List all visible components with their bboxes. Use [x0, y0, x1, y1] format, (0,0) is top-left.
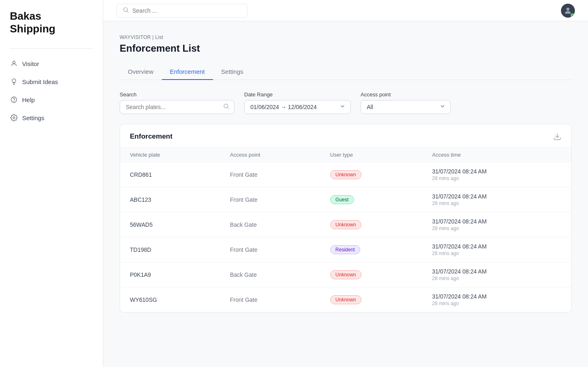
user-type-badge: Unknown [330, 170, 361, 179]
tab-settings[interactable]: Settings [213, 64, 252, 80]
user-type-badge: Unknown [330, 220, 361, 229]
plate-search-input[interactable] [120, 100, 234, 114]
access-time-relative: 28 mins ago [432, 201, 561, 206]
access-time-relative: 28 mins ago [432, 176, 561, 181]
search-filter-group: Search [120, 91, 234, 114]
access-time-main: 31/07/2024 08:24 AM [432, 218, 561, 225]
cell-vehicle-plate: CRD861 [120, 162, 220, 187]
svg-point-4 [124, 7, 127, 11]
access-time-main: 31/07/2024 08:24 AM [432, 193, 561, 200]
tab-overview[interactable]: Overview [120, 64, 162, 80]
table-row[interactable]: ABC123Front GateGuest31/07/2024 08:24 AM… [120, 187, 571, 212]
table-row[interactable]: 56WAD5Back GateUnknown31/07/2024 08:24 A… [120, 212, 571, 237]
sidebar: BakasShipping Visitor Submit Ideas [0, 0, 103, 367]
app-logo: BakasShipping [0, 10, 103, 48]
access-time-main: 31/07/2024 08:24 AM [432, 168, 561, 175]
user-type-badge: Unknown [330, 295, 361, 304]
tab-bar: Overview Enforcement Settings [120, 64, 572, 80]
cell-access-point: Front Gate [220, 162, 320, 187]
svg-point-0 [13, 61, 15, 64]
page-content: WAYVISITOR | List Enforcement List Overv… [103, 21, 588, 367]
svg-point-6 [566, 7, 569, 10]
access-time-main: 31/07/2024 08:24 AM [432, 243, 561, 250]
sidebar-item-settings[interactable]: Settings [5, 109, 98, 126]
avatar[interactable] [561, 4, 575, 18]
table-card-header: Enforcement [120, 124, 571, 148]
search-input-wrap [120, 100, 234, 114]
sidebar-item-label: Settings [22, 114, 44, 121]
cell-access-time: 31/07/2024 08:24 AM28 mins ago [422, 237, 571, 262]
cell-access-point: Front Gate [220, 237, 320, 262]
svg-line-8 [227, 107, 229, 109]
sidebar-item-visitor[interactable]: Visitor [5, 55, 98, 72]
gear-icon [10, 114, 18, 122]
user-type-badge: Resident [330, 245, 360, 254]
cell-access-time: 31/07/2024 08:24 AM28 mins ago [422, 287, 571, 312]
plate-search-icon [223, 103, 229, 111]
svg-point-2 [14, 101, 14, 102]
cell-access-point: Back Gate [220, 262, 320, 287]
sidebar-item-label: Submit Ideas [22, 78, 58, 85]
lightbulb-icon [10, 78, 18, 86]
cell-user-type: Unknown [320, 287, 422, 312]
table-row[interactable]: TD198DFront GateResident31/07/2024 08:24… [120, 237, 571, 262]
sidebar-item-label: Help [22, 96, 35, 103]
svg-point-7 [224, 104, 228, 108]
page-title: Enforcement List [120, 43, 572, 54]
sidebar-item-label: Visitor [22, 60, 39, 67]
user-type-badge: Unknown [330, 270, 361, 279]
access-point-select-wrap: All Front Gate Back Gate [361, 100, 451, 114]
main-area: WAYVISITOR | List Enforcement List Overv… [103, 0, 588, 367]
cell-vehicle-plate: 56WAD5 [120, 212, 220, 237]
search-filter-label: Search [120, 91, 234, 98]
sidebar-nav: Visitor Submit Ideas Help [0, 55, 103, 126]
cell-user-type: Unknown [320, 212, 422, 237]
sidebar-item-help[interactable]: Help [5, 91, 98, 108]
cell-access-time: 31/07/2024 08:24 AM28 mins ago [422, 162, 571, 187]
cell-vehicle-plate: P0K1A9 [120, 262, 220, 287]
access-time-main: 31/07/2024 08:24 AM [432, 293, 561, 300]
cell-user-type: Guest [320, 187, 422, 212]
access-time-main: 31/07/2024 08:24 AM [432, 268, 561, 275]
date-range-select[interactable]: 01/06/2024 → 12/06/2024 [244, 100, 351, 114]
help-icon [10, 96, 18, 104]
enforcement-table: Vehicle plate Access point User type Acc… [120, 148, 571, 312]
search-icon [123, 7, 129, 15]
access-point-filter-group: Access point All Front Gate Back Gate [361, 91, 451, 114]
sidebar-item-submit-ideas[interactable]: Submit Ideas [5, 73, 98, 90]
avatar-online-indicator [571, 14, 574, 17]
filters-row: Search Date Range 01/06/2024 → 12/06/202… [120, 91, 572, 114]
cell-user-type: Unknown [320, 162, 422, 187]
cell-access-point: Back Gate [220, 212, 320, 237]
table-row[interactable]: CRD861Front GateUnknown31/07/2024 08:24 … [120, 162, 571, 187]
col-vehicle-plate: Vehicle plate [120, 148, 220, 162]
table-header-row: Vehicle plate Access point User type Acc… [120, 148, 571, 162]
cell-access-point: Front Gate [220, 187, 320, 212]
access-time-relative: 28 mins ago [432, 301, 561, 306]
search-input[interactable] [132, 7, 241, 14]
cell-vehicle-plate: TD198D [120, 237, 220, 262]
cell-user-type: Resident [320, 237, 422, 262]
table-title: Enforcement [130, 132, 173, 141]
date-range-select-wrap: 01/06/2024 → 12/06/2024 [244, 100, 351, 114]
global-search[interactable] [116, 4, 247, 18]
download-button[interactable] [553, 132, 561, 141]
cell-access-point: Front Gate [220, 287, 320, 312]
sidebar-divider [10, 48, 93, 49]
cell-access-time: 31/07/2024 08:24 AM28 mins ago [422, 187, 571, 212]
date-range-label: Date Range [244, 91, 351, 98]
cell-vehicle-plate: ABC123 [120, 187, 220, 212]
access-time-relative: 28 mins ago [432, 226, 561, 231]
table-row[interactable]: P0K1A9Back GateUnknown31/07/2024 08:24 A… [120, 262, 571, 287]
col-access-time: Access time [422, 148, 571, 162]
cell-access-time: 31/07/2024 08:24 AM28 mins ago [422, 212, 571, 237]
access-point-select[interactable]: All Front Gate Back Gate [361, 100, 451, 114]
table-row[interactable]: WY610SGFront GateUnknown31/07/2024 08:24… [120, 287, 571, 312]
col-user-type: User type [320, 148, 422, 162]
cell-user-type: Unknown [320, 262, 422, 287]
cell-vehicle-plate: WY610SG [120, 287, 220, 312]
date-range-filter-group: Date Range 01/06/2024 → 12/06/2024 [244, 91, 351, 114]
access-point-label: Access point [361, 91, 451, 98]
tab-enforcement[interactable]: Enforcement [162, 64, 213, 80]
table-head: Vehicle plate Access point User type Acc… [120, 148, 571, 162]
